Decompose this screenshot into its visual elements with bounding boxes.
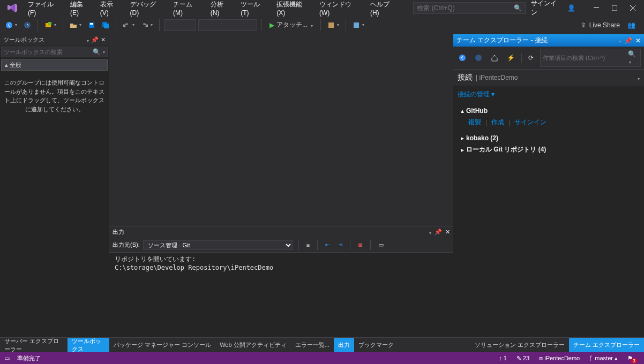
tab-output[interactable]: 出力 [334, 338, 354, 352]
undo-button[interactable] [121, 19, 137, 31]
chevron-down-icon [310, 21, 313, 29]
output-source-select[interactable]: ソース管理 - Git [143, 240, 293, 250]
output-clear-button[interactable]: ≡ [304, 240, 312, 251]
connect-project: iPentecDemo [479, 74, 518, 81]
search-icon: 🔍 [628, 50, 638, 65]
tree-node-local-git[interactable]: ▸ローカル Git リポジトリ (4) [458, 143, 640, 156]
team-back-button[interactable] [456, 52, 468, 64]
team-search-input[interactable] [543, 55, 628, 61]
nav-forward-button[interactable] [21, 19, 33, 31]
output-content[interactable]: リポジトリを開いています: C:\storage\Develop Reposit… [109, 253, 453, 337]
tab-server-explorer[interactable]: サーバー エクスプローラー [0, 338, 68, 352]
status-repo[interactable]: ⧈ iPentecDemo [539, 355, 580, 362]
tab-solution-explorer[interactable]: ソリューション エクスプローラー [470, 338, 569, 352]
github-actions: 複製| 作成| サインイン [458, 116, 640, 128]
nav-back-button[interactable] [3, 19, 19, 31]
menu-extensions[interactable]: 拡張機能(X) [272, 0, 315, 19]
toolbox-title: ツールボックス [3, 36, 44, 44]
output-wrap-button[interactable]: ≣ [356, 239, 365, 251]
window-controls [587, 1, 642, 15]
team-home-button[interactable] [489, 52, 500, 64]
tab-bookmarks[interactable]: ブックマーク [354, 338, 398, 352]
github-section[interactable]: ▴GitHub [458, 105, 640, 116]
menu-tools[interactable]: ツール(T) [236, 0, 272, 19]
attach-button[interactable]: ▶ アタッチ... [266, 19, 316, 31]
save-button[interactable] [86, 19, 98, 31]
live-share-label: Live Share [589, 21, 620, 29]
output-indent-right-button[interactable]: ⇥ [335, 239, 345, 251]
pin-icon[interactable]: 📌 [91, 36, 99, 43]
search-icon: 🔍 [93, 48, 105, 56]
menu-edit[interactable]: 編集(E) [66, 0, 96, 19]
menu-file[interactable]: ファイル(F) [24, 0, 66, 19]
output-panel: 出力 📌 ✕ 出力元(S): ソース管理 - Git ≡ ⇤ ⇥ ≣ ▭ リポジ… [109, 226, 453, 337]
gh-create-link[interactable]: 作成 [491, 118, 504, 127]
manage-connections-link[interactable]: 接続の管理 ▾ [458, 90, 495, 98]
signin-label[interactable]: サインイン [531, 0, 563, 17]
solution-platform-combo[interactable] [198, 19, 257, 31]
tab-pmc[interactable]: パッケージ マネージャー コンソール [109, 338, 215, 352]
account-icon[interactable]: 👤 [567, 4, 575, 12]
tab-toolbox[interactable]: ツールボックス [68, 338, 109, 352]
maximize-button[interactable] [605, 1, 624, 15]
connect-header[interactable]: 接続 | iPentecDemo [453, 70, 644, 86]
svg-rect-12 [328, 22, 334, 28]
menu-analyze[interactable]: 分析(N) [206, 0, 236, 19]
team-plug-icon[interactable]: ⚡ [505, 52, 517, 64]
menu-help[interactable]: ヘルプ(H) [366, 0, 402, 19]
toolbox-dropdown-icon[interactable] [86, 37, 89, 43]
close-button[interactable] [624, 1, 642, 15]
team-forward-button[interactable] [473, 52, 484, 64]
pencil-icon: ✎ [516, 355, 521, 361]
arrow-up-icon: ↑ [499, 355, 502, 361]
solution-config-combo[interactable] [164, 19, 196, 31]
chevron-down-icon[interactable] [636, 73, 640, 82]
svg-rect-0 [594, 7, 599, 8]
output-dropdown-icon[interactable] [428, 229, 431, 236]
toolbox-panel: ツールボックス 📌 ✕ 🔍 ▴ 全般 このグループには使用可能なコントロールがあ… [0, 34, 109, 337]
tab-team-explorer[interactable]: チーム エクスプローラー [569, 338, 644, 352]
toolbox-search[interactable]: 🔍 [1, 47, 108, 57]
toolbox-search-input[interactable] [4, 49, 93, 55]
pin-icon[interactable]: 📌 [435, 229, 442, 236]
save-all-button[interactable] [100, 19, 111, 31]
status-changes[interactable]: ✎ 23 [516, 355, 529, 362]
gh-clone-link[interactable]: 複製 [468, 118, 481, 127]
minimize-button[interactable] [587, 1, 605, 15]
toolbar-btn-a[interactable] [325, 19, 341, 31]
tab-error-list[interactable]: エラー一覧... [291, 338, 334, 352]
team-dropdown-icon[interactable] [618, 37, 621, 44]
search-icon: 🔍 [514, 4, 522, 12]
output-indent-left-button[interactable]: ⇤ [323, 239, 332, 251]
close-icon[interactable]: ✕ [445, 229, 450, 236]
open-file-button[interactable] [68, 19, 84, 31]
team-refresh-button[interactable]: ⟳ [526, 52, 536, 64]
attach-label: アタッチ... [276, 20, 308, 29]
signin-area[interactable]: サインイン 👤 [526, 0, 581, 17]
close-icon[interactable]: ✕ [635, 37, 641, 44]
menu-window[interactable]: ウィンドウ(W) [315, 0, 366, 19]
live-share-button[interactable]: ⇪ Live Share [581, 21, 620, 29]
pin-icon[interactable]: 📌 [624, 37, 632, 44]
tree-node-kobako[interactable]: ▸kobako (2) [458, 133, 640, 143]
quick-search[interactable]: 🔍 [413, 2, 526, 14]
output-toggle-button[interactable]: ▭ [376, 239, 386, 251]
team-search[interactable]: 🔍 [540, 49, 641, 67]
feedback-icon[interactable]: 👥 [627, 21, 635, 29]
status-branch[interactable]: ᚶ master ▴ [589, 355, 618, 362]
menu-view[interactable]: 表示(V) [96, 0, 126, 19]
toolbox-section-general[interactable]: ▴ 全般 [1, 59, 108, 71]
status-unpushed[interactable]: ↑ 1 [499, 355, 507, 361]
redo-button[interactable] [139, 19, 155, 31]
tab-web-publish[interactable]: Web 公開アクティビティ [215, 338, 290, 352]
quick-search-input[interactable] [417, 4, 514, 12]
status-rect-icon: ▭ [4, 355, 10, 362]
toolbar-btn-b[interactable] [350, 19, 366, 31]
menu-debug[interactable]: デバッグ(D) [126, 0, 169, 19]
expand-icon: ▸ [461, 134, 464, 142]
menu-team[interactable]: チーム(M) [169, 0, 206, 19]
new-project-button[interactable] [42, 19, 58, 31]
gh-signin-link[interactable]: サインイン [514, 118, 546, 127]
close-icon[interactable]: ✕ [101, 36, 106, 43]
status-notifications[interactable]: ⚑3 [627, 355, 640, 362]
